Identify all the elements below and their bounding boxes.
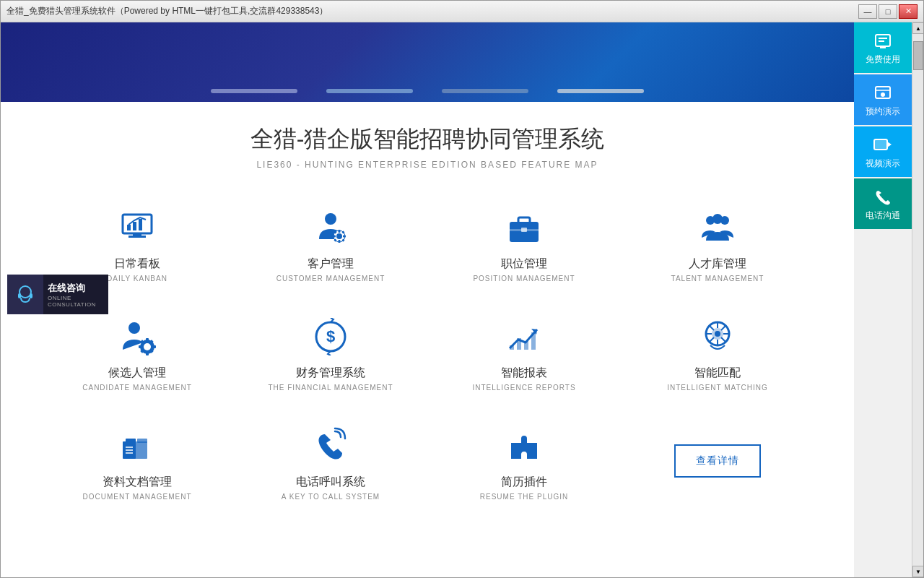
minimize-button[interactable]: — <box>858 4 877 19</box>
plugin-name-en: RESUME THE PLUGIN <box>480 493 568 501</box>
svg-rect-10 <box>339 240 341 243</box>
plugin-icon <box>502 424 546 467</box>
svg-point-8 <box>336 233 342 239</box>
phone-button[interactable]: 电话沟通 <box>854 178 912 229</box>
check-detail-button[interactable]: 查看详情 <box>674 444 761 478</box>
document-name-en: DOCUMENT MANAGEMENT <box>82 493 191 501</box>
call-icon <box>309 424 352 467</box>
scroll-track[interactable] <box>912 34 923 566</box>
svg-rect-29 <box>152 345 156 348</box>
svg-point-23 <box>128 322 140 334</box>
consult-text-area: 在线咨询 ONLINE CONSULTATION <box>43 279 108 311</box>
banner-tab-3[interactable] <box>442 89 528 93</box>
feature-grid-row2: 候选人管理 CANDIDATE MANAGEMENT $ <box>44 301 811 402</box>
banner-tab-4[interactable] <box>557 89 644 93</box>
svg-rect-40 <box>531 332 536 350</box>
svg-marker-68 <box>887 142 892 147</box>
video-label: 视频演示 <box>866 158 900 170</box>
svg-rect-61 <box>879 40 884 42</box>
svg-text:$: $ <box>326 327 335 345</box>
page-title-en: LIE360 - HUNTING ENTERPRISE EDITION BASE… <box>44 160 811 170</box>
svg-rect-62 <box>880 46 886 48</box>
plugin-name-cn: 简历插件 <box>501 475 547 490</box>
scroll-thumb[interactable] <box>913 41 923 70</box>
position-name-en: POSITION MANAGEMENT <box>473 275 575 282</box>
svg-point-25 <box>144 343 151 350</box>
svg-rect-26 <box>146 338 149 342</box>
banner-tab-2[interactable] <box>326 89 413 93</box>
candidate-name-cn: 候选人管理 <box>108 366 166 381</box>
svg-rect-37 <box>510 345 514 350</box>
svg-point-43 <box>715 331 720 337</box>
position-name-cn: 职位管理 <box>501 256 547 272</box>
svg-line-48 <box>710 326 714 330</box>
page-title-area: 全猎-猎企版智能招聘协同管理系统 LIE360 - HUNTING ENTERP… <box>44 124 811 170</box>
report-name-en: INTELLIGENCE REPORTS <box>472 384 575 392</box>
feature-report[interactable]: 智能报表 INTELLIGENCE REPORTS <box>431 301 617 402</box>
feature-grid-row3: 资料文档管理 DOCUMENT MANAGEMENT <box>44 410 811 512</box>
matching-icon <box>696 315 739 358</box>
banner-tab-1[interactable] <box>211 89 297 93</box>
appointment-label: 预约演示 <box>866 105 900 118</box>
svg-point-6 <box>325 213 336 225</box>
feature-finance[interactable]: $ 财务管理系统 THE FINANCIAL MANAGEMENT <box>237 301 424 402</box>
svg-rect-19 <box>521 228 527 232</box>
call-name-cn: 电话呼叫系统 <box>296 475 365 490</box>
kanban-icon <box>116 206 159 249</box>
svg-rect-0 <box>123 215 152 233</box>
consult-icon-area <box>7 275 43 314</box>
feature-matching[interactable]: 智能匹配 INTELLIGENT MATCHING <box>624 301 811 402</box>
svg-rect-70 <box>18 293 21 298</box>
free-use-label: 免费使用 <box>866 53 900 66</box>
svg-rect-28 <box>139 345 142 348</box>
feature-candidate[interactable]: 候选人管理 CANDIDATE MANAGEMENT <box>44 301 230 402</box>
finance-icon: $ <box>309 315 352 358</box>
feature-document[interactable]: 资料文档管理 DOCUMENT MANAGEMENT <box>44 410 230 512</box>
content-wrapper: 全猎-猎企版智能招聘协同管理系统 LIE360 - HUNTING ENTERP… <box>1 22 854 577</box>
maximize-button[interactable]: □ <box>879 4 897 19</box>
svg-rect-12 <box>343 236 346 238</box>
feature-plugin[interactable]: 简历插件 RESUME THE PLUGIN <box>431 410 617 512</box>
svg-line-51 <box>710 337 714 342</box>
feature-position[interactable]: 职位管理 POSITION MANAGEMENT <box>431 191 617 293</box>
svg-point-69 <box>19 286 31 298</box>
svg-rect-53 <box>126 439 136 443</box>
document-icon <box>116 424 159 467</box>
svg-rect-9 <box>339 230 341 233</box>
customer-name-en: CUSTOMER MANAGEMENT <box>276 275 385 282</box>
svg-rect-3 <box>127 225 131 230</box>
report-icon <box>502 315 546 358</box>
scroll-up-button[interactable]: ▲ <box>912 22 923 34</box>
scrollbar: ▲ ▼ <box>912 22 923 577</box>
feature-talent[interactable]: 人才库管理 TALENT MANAGEMENT <box>624 191 811 293</box>
banner <box>1 22 854 102</box>
svg-rect-4 <box>133 222 136 230</box>
consult-cn-text: 在线咨询 <box>48 282 104 295</box>
feature-customer[interactable]: 客户管理 CUSTOMER MANAGEMENT <box>237 191 424 293</box>
svg-rect-54 <box>134 441 147 459</box>
talent-icon <box>696 206 739 249</box>
svg-rect-5 <box>139 219 142 230</box>
svg-point-22 <box>712 214 723 224</box>
position-icon <box>502 206 546 249</box>
appointment-button[interactable]: 预约演示 <box>854 74 912 125</box>
svg-rect-71 <box>30 293 32 298</box>
title-bar: 全猎_免费猎头管理系统软件（Powered by HTML一键打包工具,交流群4… <box>1 1 923 22</box>
video-button[interactable]: 视频演示 <box>854 126 912 177</box>
talent-name-cn: 人才库管理 <box>689 256 746 272</box>
matching-name-en: INTELLIGENT MATCHING <box>667 384 768 392</box>
svg-line-49 <box>721 337 725 342</box>
customer-name-cn: 客户管理 <box>308 256 354 272</box>
online-consult-button[interactable]: 在线咨询 ONLINE CONSULTATION <box>7 275 108 314</box>
close-button[interactable]: ✕ <box>899 4 918 19</box>
svg-point-65 <box>881 92 885 97</box>
candidate-name-en: CANDIDATE MANAGEMENT <box>82 384 192 392</box>
window-controls: — □ ✕ <box>858 4 918 19</box>
feature-call[interactable]: 电话呼叫系统 A KEY TO CALL SYSTEM <box>237 410 424 512</box>
feature-grid-row1: 日常看板 DAILY KANBAN <box>44 191 811 293</box>
free-use-button[interactable]: 免费使用 <box>854 22 912 73</box>
right-sidebar: 免费使用 预约演示 视频演示 <box>854 22 912 577</box>
scroll-down-button[interactable]: ▼ <box>912 566 923 577</box>
finance-name-en: THE FINANCIAL MANAGEMENT <box>268 384 393 392</box>
page-body: 全猎-猎企版智能招聘协同管理系统 LIE360 - HUNTING ENTERP… <box>1 102 854 577</box>
